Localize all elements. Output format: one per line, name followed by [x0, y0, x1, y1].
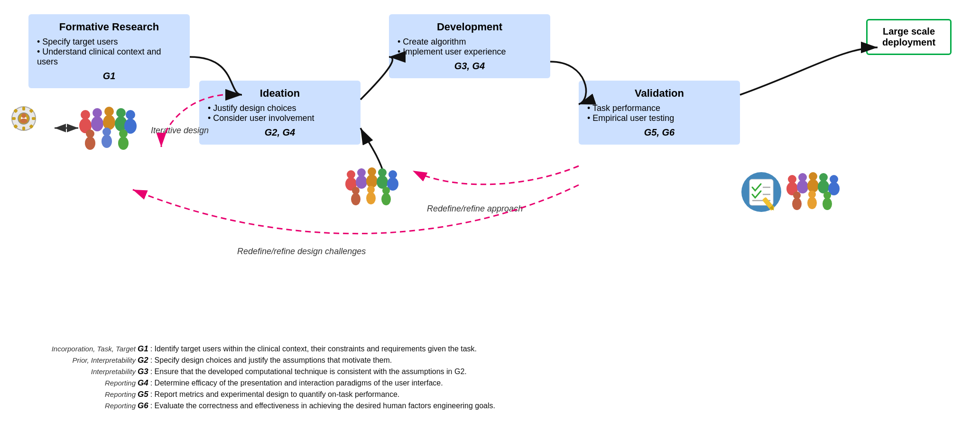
- legend-g3-label: G3: [138, 367, 148, 376]
- svg-rect-8: [12, 117, 16, 120]
- svg-point-69: [792, 198, 802, 210]
- legend-g1-desc: : Identify target users within the clini…: [150, 345, 477, 353]
- legend-row-g4: Reporting G4 : Determine efficacy of the…: [14, 378, 966, 388]
- validation-title: Validation: [587, 87, 731, 100]
- svg-point-65: [818, 180, 829, 193]
- svg-point-63: [807, 179, 819, 193]
- deployment-title: Large scale deployment: [882, 26, 935, 47]
- people-center-icon: [342, 166, 398, 209]
- svg-point-42: [377, 175, 388, 189]
- svg-point-61: [797, 180, 808, 193]
- svg-point-32: [102, 135, 112, 148]
- legend-g4-desc: : Determine efficacy of the presentation…: [150, 379, 443, 387]
- legend-g2-desc: : Specify design choices and justify the…: [150, 356, 392, 365]
- development-title: Development: [398, 21, 542, 33]
- people-group-right: [783, 171, 840, 215]
- validation-bullet-2: Empirical user testing: [587, 113, 731, 123]
- legend: Incorporation, Task, Target G1 : Identif…: [14, 344, 966, 413]
- svg-point-71: [807, 197, 817, 209]
- svg-rect-52: [749, 179, 773, 205]
- legend-g6-label: G6: [138, 401, 148, 411]
- ideation-goal: G2, G4: [208, 127, 352, 138]
- legend-row-g6: Reporting G6 : Evaluate the correctness …: [14, 401, 966, 411]
- ideation-bullet-1: Justify design choices: [208, 103, 352, 113]
- development-bullets: Create algorithm Implement user experien…: [398, 37, 542, 57]
- legend-g5-label: G5: [138, 390, 148, 399]
- people-group-center: [342, 166, 398, 211]
- legend-g1-label: G1: [138, 344, 148, 354]
- development-bullet-1: Create algorithm: [398, 37, 542, 47]
- ideation-bullets: Justify design choices Consider user inv…: [208, 103, 352, 123]
- svg-point-73: [823, 198, 832, 210]
- development-goal: G3, G4: [398, 61, 542, 72]
- formative-goal: G1: [37, 71, 181, 82]
- validation-box: Validation Task performance Empirical us…: [579, 81, 740, 145]
- svg-point-34: [118, 137, 129, 150]
- checklist-icon: [740, 171, 783, 213]
- legend-g5-italic: Reporting: [14, 390, 138, 398]
- people-group-left: [76, 104, 138, 154]
- svg-point-24: [103, 115, 115, 130]
- diagram-container: Formative Research Specify target users …: [0, 0, 980, 422]
- ideation-title: Ideation: [208, 87, 352, 100]
- legend-g6-desc: : Evaluate the correctness and effective…: [150, 402, 495, 410]
- development-bullet-2: Implement user experience: [398, 47, 542, 57]
- svg-point-14: [21, 113, 26, 118]
- legend-g3-italic: Interpretability: [14, 367, 138, 376]
- svg-point-22: [91, 116, 103, 131]
- researcher-icon-group: [9, 104, 52, 149]
- svg-point-27: [126, 110, 135, 119]
- legend-row-g5: Reporting G5 : Report metrics and experi…: [14, 390, 966, 399]
- svg-point-50: [381, 193, 391, 205]
- people-left-icon: [76, 104, 138, 152]
- checklist-icon-group: [740, 171, 783, 215]
- ideation-bullet-2: Consider user involvement: [208, 113, 352, 123]
- svg-point-46: [351, 193, 361, 205]
- svg-point-38: [356, 175, 367, 189]
- legend-g1-italic: Incorporation, Task, Target: [14, 345, 138, 353]
- legend-g3-desc: : Ensure that the developed computationa…: [150, 367, 467, 376]
- legend-g5-desc: : Report metrics and experimental design…: [150, 390, 400, 399]
- svg-rect-7: [22, 127, 25, 130]
- formative-title: Formative Research: [37, 21, 181, 33]
- redefine-approach-label: Redefine/refine approach: [427, 204, 523, 214]
- legend-row-g2: Prior, Interpretability G2 : Specify des…: [14, 356, 966, 365]
- svg-rect-6: [22, 107, 25, 110]
- development-box: Development Create algorithm Implement u…: [389, 14, 550, 78]
- legend-g4-label: G4: [138, 378, 148, 388]
- legend-row-g3: Interpretability G3 : Ensure that the de…: [14, 367, 966, 376]
- svg-point-48: [366, 192, 376, 204]
- legend-row-g1: Incorporation, Task, Target G1 : Identif…: [14, 344, 966, 354]
- formative-bullet-1: Specify target users: [37, 37, 181, 47]
- validation-bullet-1: Task performance: [587, 103, 731, 113]
- ideation-box: Ideation Justify design choices Consider…: [199, 81, 361, 145]
- legend-g6-italic: Reporting: [14, 402, 138, 410]
- legend-g4-italic: Reporting: [14, 379, 138, 387]
- validation-bullets: Task performance Empirical user testing: [587, 103, 731, 123]
- validation-goal: G5, G6: [587, 127, 731, 138]
- formative-bullets: Specify target users Understand clinical…: [37, 37, 181, 67]
- deployment-box: Large scale deployment: [866, 19, 952, 55]
- svg-point-30: [85, 137, 95, 150]
- legend-g2-italic: Prior, Interpretability: [14, 356, 138, 364]
- researcher-icon: [9, 104, 52, 147]
- people-right-icon: [783, 171, 840, 213]
- formative-bullet-2: Understand clinical context and users: [37, 47, 181, 67]
- svg-point-40: [366, 174, 378, 188]
- legend-g2-label: G2: [138, 356, 148, 365]
- redefine-design-label: Redefine/refine design challenges: [237, 247, 366, 257]
- formative-research-box: Formative Research Specify target users …: [28, 14, 190, 88]
- svg-rect-9: [32, 117, 36, 120]
- iterative-design-label: Iterative design: [151, 126, 209, 136]
- svg-point-15: [20, 119, 28, 123]
